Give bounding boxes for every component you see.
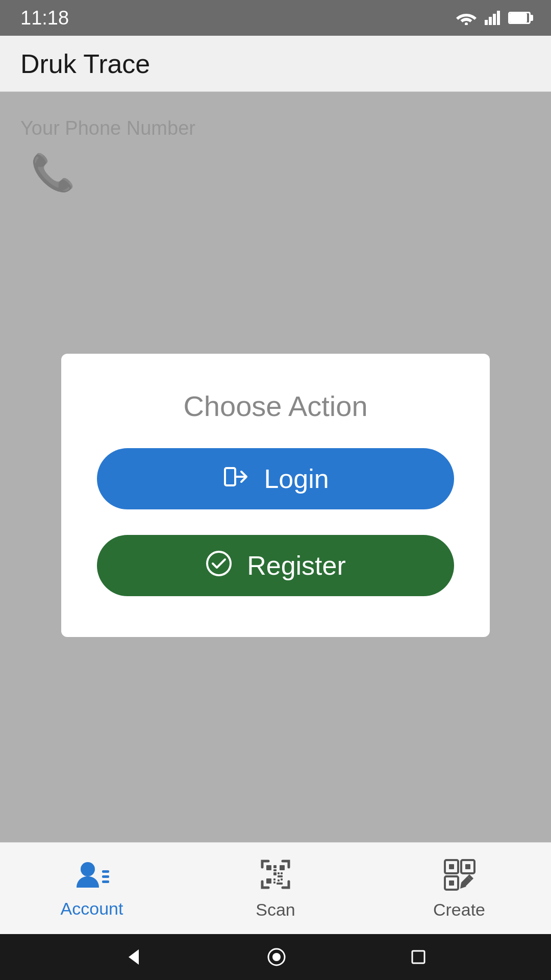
svg-rect-11 [266,865,271,870]
svg-rect-34 [412,951,424,963]
status-icons [456,11,531,25]
svg-marker-31 [129,949,139,965]
svg-rect-23 [273,881,276,884]
svg-rect-19 [278,875,283,877]
svg-rect-14 [273,865,277,868]
status-bar: 11:18 [0,0,551,36]
modal-title: Choose Action [183,389,367,423]
recents-button[interactable] [409,948,428,966]
svg-point-33 [272,953,281,961]
home-button[interactable] [267,948,286,966]
create-icon [442,857,477,894]
app-title: Druk Trace [20,48,150,79]
back-button[interactable] [123,947,144,967]
svg-point-0 [465,22,468,25]
modal-dialog: Choose Action Login [61,354,490,637]
system-nav [0,934,551,980]
svg-point-6 [207,552,231,575]
svg-rect-1 [485,20,488,25]
svg-rect-28 [449,880,454,886]
nav-scan-label: Scan [256,900,295,920]
svg-rect-30 [465,864,470,869]
svg-rect-10 [102,880,109,883]
register-label: Register [247,550,346,581]
scan-icon [258,857,293,894]
main-content: Your Phone Number 📞 Choose Action Login [0,92,551,842]
svg-rect-21 [278,879,280,881]
nav-item-account[interactable]: Account [0,843,184,934]
svg-rect-2 [489,17,492,25]
svg-rect-22 [281,878,283,880]
login-icon [222,463,249,495]
nav-item-create[interactable]: Create [367,843,551,934]
svg-rect-20 [273,878,276,880]
signal-icon [485,11,500,25]
account-icon [74,858,109,893]
svg-rect-8 [102,870,109,873]
svg-rect-15 [273,869,277,871]
modal-backdrop: Choose Action Login [0,92,551,842]
svg-rect-26 [449,864,454,869]
bottom-nav: Account [0,842,551,934]
battery-icon [508,12,531,24]
register-icon [205,550,233,581]
svg-rect-16 [273,872,277,875]
svg-rect-5 [225,468,235,485]
svg-rect-24 [277,883,283,885]
svg-rect-3 [493,14,496,25]
login-label: Login [264,463,329,494]
status-time: 11:18 [20,7,69,29]
svg-rect-13 [266,878,271,884]
svg-rect-12 [280,865,285,870]
nav-item-scan[interactable]: Scan [184,843,367,934]
svg-rect-17 [278,872,280,874]
register-button[interactable]: Register [97,535,454,596]
svg-rect-4 [497,11,500,25]
nav-create-label: Create [433,900,485,920]
svg-point-7 [81,862,95,876]
app-header: Druk Trace [0,36,551,92]
login-button[interactable]: Login [97,448,454,509]
svg-rect-18 [281,872,283,874]
nav-account-label: Account [61,899,123,919]
wifi-icon [456,11,477,25]
svg-rect-9 [102,875,109,878]
